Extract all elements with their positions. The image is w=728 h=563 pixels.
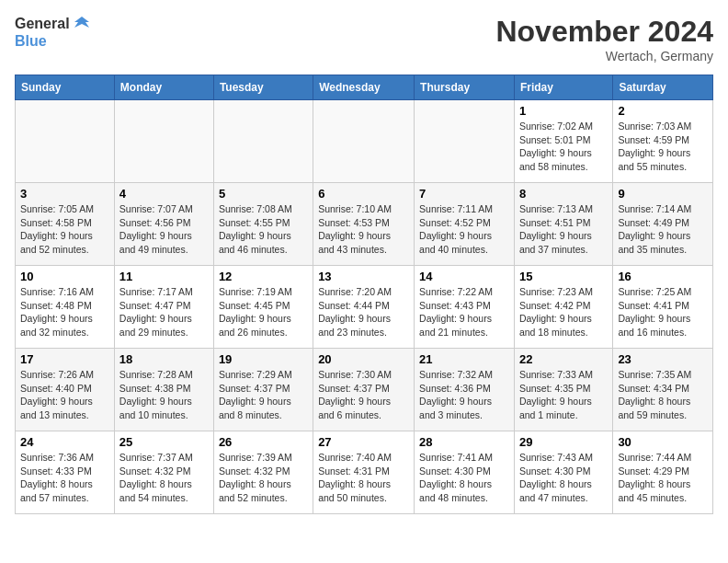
- day-cell: 8Sunrise: 7:13 AM Sunset: 4:51 PM Daylig…: [514, 183, 612, 266]
- day-info: Sunrise: 7:17 AM Sunset: 4:47 PM Dayligh…: [119, 285, 209, 339]
- day-cell: 4Sunrise: 7:07 AM Sunset: 4:56 PM Daylig…: [114, 183, 213, 266]
- day-info: Sunrise: 7:33 AM Sunset: 4:35 PM Dayligh…: [519, 368, 608, 422]
- week-row-1: 1Sunrise: 7:02 AM Sunset: 5:01 PM Daylig…: [16, 100, 713, 183]
- day-number: 13: [318, 270, 409, 283]
- col-tuesday: Tuesday: [213, 75, 313, 100]
- day-number: 27: [318, 435, 409, 449]
- day-number: 10: [20, 270, 109, 283]
- day-info: Sunrise: 7:44 AM Sunset: 4:29 PM Dayligh…: [618, 451, 708, 505]
- day-number: 9: [618, 187, 708, 201]
- logo-text-general: General: [15, 16, 70, 32]
- day-info: Sunrise: 7:02 AM Sunset: 5:01 PM Dayligh…: [519, 120, 608, 174]
- logo-text-blue: Blue: [15, 33, 91, 50]
- day-info: Sunrise: 7:23 AM Sunset: 4:42 PM Dayligh…: [519, 285, 608, 339]
- day-number: 1: [519, 104, 608, 118]
- day-number: 3: [20, 187, 109, 201]
- day-info: Sunrise: 7:16 AM Sunset: 4:48 PM Dayligh…: [20, 285, 109, 339]
- day-cell: 2Sunrise: 7:03 AM Sunset: 4:59 PM Daylig…: [613, 100, 713, 183]
- col-friday: Friday: [514, 75, 612, 100]
- day-number: 23: [618, 352, 708, 366]
- day-number: 11: [119, 270, 209, 283]
- day-cell: 3Sunrise: 7:05 AM Sunset: 4:58 PM Daylig…: [16, 183, 115, 266]
- day-cell: 17Sunrise: 7:26 AM Sunset: 4:40 PM Dayli…: [16, 349, 115, 431]
- day-info: Sunrise: 7:19 AM Sunset: 4:45 PM Dayligh…: [219, 285, 308, 339]
- day-info: Sunrise: 7:32 AM Sunset: 4:36 PM Dayligh…: [419, 368, 509, 422]
- day-number: 24: [20, 435, 109, 449]
- day-number: 12: [219, 270, 308, 283]
- day-cell: 23Sunrise: 7:35 AM Sunset: 4:34 PM Dayli…: [613, 349, 713, 431]
- day-cell: 15Sunrise: 7:23 AM Sunset: 4:42 PM Dayli…: [514, 266, 612, 349]
- day-cell: 16Sunrise: 7:25 AM Sunset: 4:41 PM Dayli…: [613, 266, 713, 349]
- day-cell: 14Sunrise: 7:22 AM Sunset: 4:43 PM Dayli…: [415, 266, 515, 349]
- calendar: Sunday Monday Tuesday Wednesday Thursday…: [15, 75, 713, 514]
- day-cell: [213, 100, 313, 183]
- day-cell: [114, 100, 213, 183]
- day-cell: 25Sunrise: 7:37 AM Sunset: 4:32 PM Dayli…: [114, 431, 213, 514]
- day-cell: 11Sunrise: 7:17 AM Sunset: 4:47 PM Dayli…: [114, 266, 213, 349]
- day-number: 14: [419, 270, 509, 283]
- day-number: 30: [618, 435, 708, 449]
- day-number: 28: [419, 435, 509, 449]
- week-row-2: 3Sunrise: 7:05 AM Sunset: 4:58 PM Daylig…: [16, 183, 713, 266]
- week-row-5: 24Sunrise: 7:36 AM Sunset: 4:33 PM Dayli…: [16, 431, 713, 514]
- day-info: Sunrise: 7:41 AM Sunset: 4:30 PM Dayligh…: [419, 451, 509, 505]
- day-info: Sunrise: 7:28 AM Sunset: 4:38 PM Dayligh…: [119, 368, 209, 422]
- day-cell: 19Sunrise: 7:29 AM Sunset: 4:37 PM Dayli…: [213, 349, 313, 431]
- day-cell: 22Sunrise: 7:33 AM Sunset: 4:35 PM Dayli…: [514, 349, 612, 431]
- day-number: 29: [519, 435, 608, 449]
- day-number: 8: [519, 187, 608, 201]
- day-cell: 6Sunrise: 7:10 AM Sunset: 4:53 PM Daylig…: [313, 183, 415, 266]
- day-number: 20: [318, 352, 409, 366]
- day-cell: [313, 100, 415, 183]
- day-number: 4: [119, 187, 209, 201]
- day-cell: 5Sunrise: 7:08 AM Sunset: 4:55 PM Daylig…: [213, 183, 313, 266]
- day-cell: 12Sunrise: 7:19 AM Sunset: 4:45 PM Dayli…: [213, 266, 313, 349]
- col-thursday: Thursday: [415, 75, 515, 100]
- day-info: Sunrise: 7:30 AM Sunset: 4:37 PM Dayligh…: [318, 368, 409, 422]
- day-number: 5: [219, 187, 308, 201]
- day-cell: 27Sunrise: 7:40 AM Sunset: 4:31 PM Dayli…: [313, 431, 415, 514]
- title-area: November 2024 Wertach, Germany: [495, 15, 713, 63]
- day-info: Sunrise: 7:35 AM Sunset: 4:34 PM Dayligh…: [618, 368, 708, 422]
- day-number: 17: [20, 352, 109, 366]
- day-number: 21: [419, 352, 509, 366]
- week-row-4: 17Sunrise: 7:26 AM Sunset: 4:40 PM Dayli…: [16, 349, 713, 431]
- day-number: 6: [318, 187, 409, 201]
- day-cell: [16, 100, 115, 183]
- day-number: 26: [219, 435, 308, 449]
- day-number: 19: [219, 352, 308, 366]
- col-sunday: Sunday: [16, 75, 115, 100]
- day-cell: 10Sunrise: 7:16 AM Sunset: 4:48 PM Dayli…: [16, 266, 115, 349]
- day-cell: 26Sunrise: 7:39 AM Sunset: 4:32 PM Dayli…: [213, 431, 313, 514]
- day-cell: 13Sunrise: 7:20 AM Sunset: 4:44 PM Dayli…: [313, 266, 415, 349]
- day-cell: 29Sunrise: 7:43 AM Sunset: 4:30 PM Dayli…: [514, 431, 612, 514]
- day-number: 16: [618, 270, 708, 283]
- day-cell: 28Sunrise: 7:41 AM Sunset: 4:30 PM Dayli…: [415, 431, 515, 514]
- col-monday: Monday: [114, 75, 213, 100]
- day-info: Sunrise: 7:20 AM Sunset: 4:44 PM Dayligh…: [318, 285, 409, 339]
- logo: General Blue: [15, 15, 91, 50]
- day-number: 22: [519, 352, 608, 366]
- day-cell: 30Sunrise: 7:44 AM Sunset: 4:29 PM Dayli…: [613, 431, 713, 514]
- day-info: Sunrise: 7:39 AM Sunset: 4:32 PM Dayligh…: [219, 451, 308, 505]
- svg-marker-0: [74, 17, 89, 28]
- day-info: Sunrise: 7:25 AM Sunset: 4:41 PM Dayligh…: [618, 285, 708, 339]
- header: General Blue November 2024 Wertach, Germ…: [15, 15, 713, 63]
- day-info: Sunrise: 7:10 AM Sunset: 4:53 PM Dayligh…: [318, 202, 409, 257]
- day-cell: 21Sunrise: 7:32 AM Sunset: 4:36 PM Dayli…: [415, 349, 515, 431]
- day-cell: 20Sunrise: 7:30 AM Sunset: 4:37 PM Dayli…: [313, 349, 415, 431]
- day-info: Sunrise: 7:08 AM Sunset: 4:55 PM Dayligh…: [219, 202, 308, 257]
- col-wednesday: Wednesday: [313, 75, 415, 100]
- month-title: November 2024: [495, 15, 713, 49]
- logo-bird-icon: [73, 15, 91, 33]
- day-info: Sunrise: 7:07 AM Sunset: 4:56 PM Dayligh…: [119, 202, 209, 257]
- day-cell: [415, 100, 515, 183]
- day-info: Sunrise: 7:14 AM Sunset: 4:49 PM Dayligh…: [618, 202, 708, 257]
- day-info: Sunrise: 7:40 AM Sunset: 4:31 PM Dayligh…: [318, 451, 409, 505]
- day-number: 15: [519, 270, 608, 283]
- day-info: Sunrise: 7:03 AM Sunset: 4:59 PM Dayligh…: [618, 120, 708, 174]
- day-info: Sunrise: 7:29 AM Sunset: 4:37 PM Dayligh…: [219, 368, 308, 422]
- day-info: Sunrise: 7:36 AM Sunset: 4:33 PM Dayligh…: [20, 451, 109, 505]
- day-cell: 18Sunrise: 7:28 AM Sunset: 4:38 PM Dayli…: [114, 349, 213, 431]
- col-saturday: Saturday: [613, 75, 713, 100]
